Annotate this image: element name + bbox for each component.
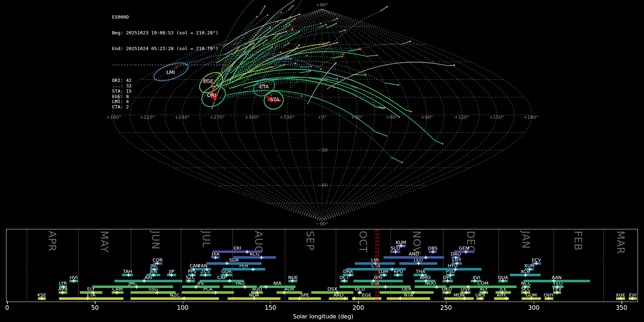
x-tick-300	[534, 301, 535, 304]
shower-peak-marker-JMC: +	[134, 284, 140, 290]
shower-peak-marker-GDR: +	[224, 272, 229, 278]
shower-peak-marker-NTA: +	[397, 296, 403, 301]
shower-bar-NTA	[387, 297, 430, 300]
shower-peak-marker-PSU: +	[448, 272, 453, 278]
month-boundary-APR	[26, 229, 27, 301]
shower-peak-marker-COR: +	[154, 260, 160, 266]
shower-peak-marker-AMO: +	[423, 278, 429, 284]
shower-peak-marker-AVB: +	[60, 290, 65, 296]
month-label-JUN: JUN	[150, 231, 161, 250]
shower-peak-marker-DAD: +	[453, 255, 459, 260]
x-tick-label-200: 200	[347, 304, 369, 311]
shower-bar-AUR	[277, 291, 302, 294]
shower-peak-marker-QUA: +	[500, 278, 506, 284]
month-label-APR: APR	[46, 231, 58, 252]
shower-peak-marker-AUR: +	[281, 290, 287, 296]
shower-bar-CAP	[200, 280, 244, 282]
shower-peak-marker-FED: +	[555, 284, 560, 290]
month-boundary-MAR	[603, 229, 604, 301]
shower-peak-marker-SZC: +	[186, 278, 192, 284]
month-label-MAR: MAR	[615, 231, 626, 254]
shower-bar-PAU	[223, 286, 257, 288]
month-label-SEP: SEP	[304, 231, 316, 250]
shower-bar-OER	[380, 291, 434, 294]
shower-bar-DSX	[311, 291, 353, 294]
shower-peak-marker-LEO: +	[416, 260, 421, 266]
shower-peak-marker-JIP: +	[169, 272, 174, 278]
shower-peak-marker-OHY: +	[546, 296, 551, 301]
shower-peak-marker-OCU: +	[357, 290, 362, 296]
month-label-OCT: OCT	[357, 231, 369, 253]
shower-peak-marker-SSG: +	[154, 290, 160, 296]
shower-peak-marker-COM: +	[465, 284, 471, 290]
shower-peak-marker-JXA: +	[213, 255, 218, 260]
shower-peak-marker-DSX: +	[334, 290, 340, 296]
shower-peak-marker-OER: +	[410, 290, 416, 296]
x-tick-100	[183, 301, 184, 304]
shower-peak-marker-OCT: +	[341, 278, 347, 284]
shower-bar-PCA	[182, 291, 234, 294]
shower-bar-JMC	[92, 286, 173, 288]
x-tick-label-300: 300	[523, 304, 545, 311]
shower-peak-marker-EGE: +	[351, 296, 357, 301]
shower-peak-marker-DSV: +	[464, 290, 469, 296]
shower-peak-marker-SDA: +	[224, 260, 230, 266]
shower-peak-marker-KUM: +	[398, 243, 404, 249]
shower-peak-marker-JRC: +	[151, 267, 157, 272]
x-tick-0	[7, 301, 8, 304]
shower-peak-marker-SPE: +	[297, 296, 302, 301]
shower-peak-marker-NUE: +	[289, 278, 295, 284]
shower-bar-SPE	[288, 297, 321, 300]
month-label-FEB: FEB	[572, 231, 584, 251]
shower-peak-marker-GUM: +	[528, 296, 534, 301]
shower-peak-marker-XVI: +	[472, 278, 478, 284]
shower-peak-marker-XUM: +	[527, 267, 533, 272]
month-label-NOV: NOV	[411, 231, 423, 254]
shower-bar-KCG	[233, 256, 275, 259]
x-tick-250	[446, 301, 447, 304]
shower-peak-marker-NZC: +	[181, 296, 187, 301]
shower-peak-marker-NIA: +	[263, 284, 269, 290]
month-label-JAN: JAN	[520, 231, 532, 249]
shower-peak-marker-PAU: +	[242, 284, 248, 290]
shower-peak-marker-OBS: +	[430, 249, 436, 255]
shower-peak-marker-DKD: +	[444, 290, 450, 296]
shower-peak-marker-AAN: +	[551, 278, 557, 284]
month-label-JUL: JUL	[200, 231, 212, 248]
current-sol-line-0	[376, 229, 376, 301]
shower-peak-marker-NOO: +	[434, 284, 439, 290]
shower-bar-AAN	[523, 280, 590, 282]
shower-peak-marker-STA: +	[382, 284, 388, 290]
shower-bar-SSG	[131, 291, 176, 294]
shower-peak-marker-PER: +	[250, 267, 256, 272]
x-tick-label-150: 150	[260, 304, 281, 311]
shower-peak-marker-AUD: +	[254, 290, 260, 296]
x-tick-200	[358, 301, 359, 304]
x-tick-350	[621, 301, 622, 304]
shower-peak-marker-TAH: +	[126, 272, 132, 278]
shower-peak-marker-KCG: +	[258, 255, 264, 260]
shower-peak-marker-ERI: +	[244, 249, 250, 255]
shower-peak-marker-ALY: +	[481, 290, 487, 296]
shower-peak-marker-DPC: +	[445, 278, 450, 284]
shower-bar-AND	[384, 256, 444, 259]
x-tick-label-50: 50	[84, 304, 106, 311]
shower-peak-marker-SLD: +	[392, 249, 398, 255]
x-tick-label-350: 350	[611, 304, 632, 311]
shower-peak-marker-NCC: +	[522, 284, 528, 290]
x-tick-label-250: 250	[435, 304, 457, 311]
shower-peak-marker-EVI: +	[630, 296, 635, 301]
shower-peak-marker-ARI: +	[141, 278, 147, 284]
current-sol-line-1	[378, 229, 379, 301]
x-tick-label-100: 100	[172, 304, 194, 311]
shower-bar-JPE	[182, 286, 220, 288]
x-tick-150	[270, 301, 271, 304]
shower-bar-NOO	[415, 286, 447, 288]
shower-peak-marker-JLE: +	[499, 290, 505, 296]
shower-bar-STA	[340, 286, 410, 288]
shower-peak-marker-KSE: +	[39, 296, 45, 301]
shower-peak-marker-ELY: +	[90, 290, 96, 296]
shower-bar-ARI	[114, 280, 182, 282]
shower-peak-marker-EHY: +	[454, 260, 460, 266]
month-label-MAY: MAY	[98, 231, 110, 253]
